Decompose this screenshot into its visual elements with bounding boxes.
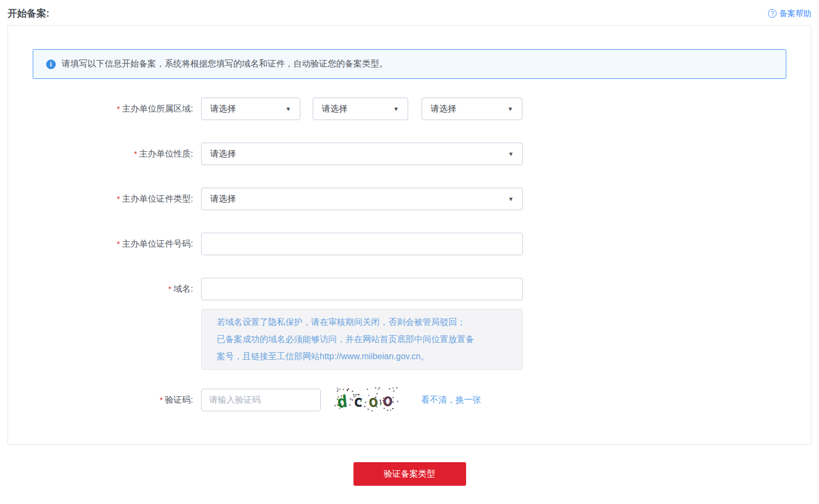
info-alert: i 请填写以下信息开始备案，系统将根据您填写的域名和证件，自动验证您的备案类型。	[33, 49, 786, 79]
beian-form: *主办单位所属区域: 请选择 ▼ 请选择 ▼ 请选择 ▼ *主办单位性质:	[33, 98, 786, 413]
form-row-org-nature: *主办单位性质: 请选择 ▼	[33, 143, 786, 165]
cert-type-select[interactable]: 请选择 ▼	[201, 188, 523, 210]
domain-label-text: 域名:	[174, 284, 193, 293]
domain-note-line: 已备案成功的域名必须能够访问，并在网站首页底部中间位置放置备	[217, 331, 507, 348]
required-mark: *	[117, 194, 120, 203]
form-row-cert-type: *主办单位证件类型: 请选择 ▼	[33, 188, 786, 210]
caret-down-icon: ▼	[503, 151, 514, 157]
beian-help-link[interactable]: ? 备案帮助	[768, 9, 811, 19]
captcha-label-text: 验证码:	[165, 395, 193, 404]
region-label: *主办单位所属区域:	[33, 103, 193, 115]
captcha-letter: c	[353, 391, 364, 410]
cert-number-label-text: 主办单位证件号码:	[122, 239, 193, 248]
required-mark: *	[168, 284, 172, 293]
region-district-value: 请选择	[431, 103, 456, 115]
beian-start-page: 开始备案: ? 备案帮助 i 请填写以下信息开始备案，系统将根据您填写的域名和证…	[0, 0, 819, 502]
region-city-select[interactable]: 请选择 ▼	[313, 98, 408, 120]
form-row-region: *主办单位所属区域: 请选择 ▼ 请选择 ▼ 请选择 ▼	[33, 98, 786, 120]
question-circle-icon: ?	[768, 9, 777, 18]
caret-down-icon: ▼	[388, 106, 399, 112]
form-row-cert-number: *主办单位证件号码:	[33, 233, 786, 255]
verify-beian-type-button[interactable]: 验证备案类型	[353, 462, 466, 486]
caret-down-icon: ▼	[503, 196, 514, 202]
captcha-letter: d	[336, 391, 348, 412]
help-link-label: 备案帮助	[779, 9, 811, 19]
org-nature-select[interactable]: 请选择 ▼	[201, 143, 523, 165]
domain-label: *域名:	[33, 284, 193, 295]
region-district-select[interactable]: 请选择 ▼	[422, 98, 522, 120]
region-province-value: 请选择	[210, 103, 236, 115]
org-nature-label-text: 主办单位性质:	[139, 149, 193, 158]
caret-down-icon: ▼	[280, 106, 291, 112]
domain-note-line: 案号，且链接至工信部网站http://www.miibeian.gov.cn。	[217, 348, 507, 365]
info-icon: i	[46, 60, 56, 69]
region-province-select[interactable]: 请选择 ▼	[201, 98, 300, 120]
domain-input[interactable]	[201, 278, 523, 300]
page-title: 开始备案:	[8, 7, 49, 20]
region-city-value: 请选择	[322, 103, 348, 115]
required-mark: *	[134, 149, 137, 158]
required-mark: *	[160, 395, 163, 404]
form-row-domain: *域名:	[33, 278, 786, 300]
caret-down-icon: ▼	[502, 106, 513, 112]
region-label-text: 主办单位所属区域:	[122, 104, 193, 113]
captcha-letter: o	[368, 391, 379, 411]
cert-number-label: *主办单位证件号码:	[33, 239, 193, 250]
org-nature-value: 请选择	[210, 149, 236, 160]
cert-number-input[interactable]	[201, 233, 523, 255]
captcha-letter: o	[381, 389, 394, 411]
captcha-label: *验证码:	[33, 395, 193, 406]
cert-type-label-text: 主办单位证件类型:	[122, 194, 193, 203]
submit-area: 验证备案类型	[8, 462, 811, 502]
required-mark: *	[117, 239, 120, 248]
captcha-input[interactable]	[201, 389, 321, 411]
captcha-refresh-link[interactable]: 看不清，换一张	[421, 395, 481, 406]
domain-note: 若域名设置了隐私保护，请在审核期间关闭，否则会被管局驳回； 已备案成功的域名必须…	[201, 309, 523, 370]
org-nature-label: *主办单位性质:	[33, 149, 193, 160]
info-alert-text: 请填写以下信息开始备案，系统将根据您填写的域名和证件，自动验证您的备案类型。	[62, 58, 388, 70]
required-mark: *	[117, 104, 120, 113]
captcha-image[interactable]: d c o o	[331, 387, 401, 413]
page-header: 开始备案: ? 备案帮助	[8, 0, 811, 25]
domain-note-line: 若域名设置了隐私保护，请在审核期间关闭，否则会被管局驳回；	[217, 314, 507, 331]
cert-type-label: *主办单位证件类型:	[33, 194, 193, 205]
form-row-captcha: *验证码: d c o o 看不清，换一张	[33, 387, 786, 413]
cert-type-value: 请选择	[210, 194, 236, 205]
form-panel: i 请填写以下信息开始备案，系统将根据您填写的域名和证件，自动验证您的备案类型。…	[8, 25, 811, 444]
